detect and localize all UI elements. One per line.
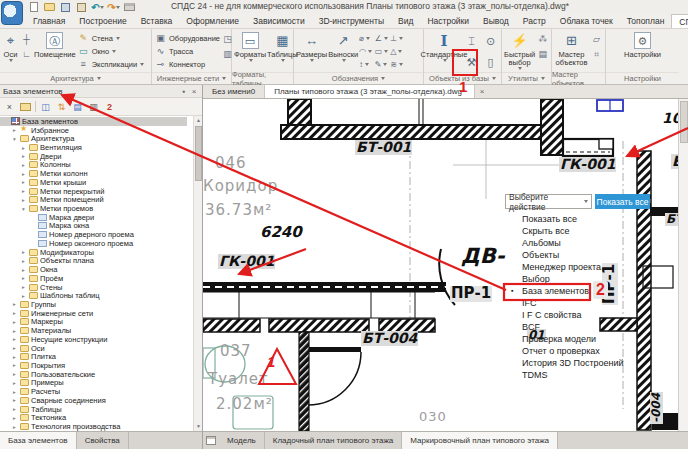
ribbon-tab[interactable]: Настройки (420, 14, 476, 28)
leaders-button[interactable]: ↗ Выноски (328, 30, 358, 72)
print-button[interactable] (123, 2, 136, 13)
engineering-button[interactable]: ∿Трасса (154, 45, 220, 57)
tree-item[interactable]: Марка двери (0, 213, 187, 222)
help-doc-icon[interactable]: 2 (103, 100, 116, 113)
expander-icon[interactable]: ▸ (20, 179, 27, 185)
tree-item[interactable]: ▸Объекты плана (0, 257, 187, 266)
tree-item[interactable]: ▸Плитка (0, 352, 187, 361)
ribbon-tab[interactable]: Вид (391, 14, 420, 28)
expander-icon[interactable]: ▸ (20, 153, 27, 159)
menu-item[interactable]: Выбор (505, 273, 665, 285)
standard-objects-button[interactable]: I Стандартные (426, 30, 462, 72)
menu-item[interactable]: Менеджер проекта (505, 261, 665, 273)
panel-label-object-master[interactable]: Мастер объектов (552, 72, 605, 84)
tree-item[interactable]: Номер дверного проема (0, 230, 187, 239)
axes-button[interactable]: ⌖ Оси (2, 30, 19, 72)
tree-item[interactable]: ▸Несущие конструкции (0, 335, 187, 344)
bolt-button[interactable]: ⌶ (463, 31, 480, 51)
canvas-scrollbar[interactable] (678, 99, 688, 431)
menu-item[interactable]: BCF (505, 321, 665, 333)
tree-item[interactable]: ▸Шаблоны таблиц (0, 291, 187, 300)
tree-item[interactable]: ▸Таблицы (0, 405, 187, 414)
panel-label-notation[interactable]: Обозначения (294, 72, 423, 84)
ribbon-tab[interactable]: 3D-инструменты (312, 14, 391, 28)
menu-item[interactable]: История 3D Построений (505, 357, 665, 369)
grid-axes-icon[interactable]: ┼ (20, 33, 33, 45)
panel-label-formats[interactable]: Форматы, таблицы (232, 72, 293, 84)
layout-tab[interactable]: Кладочный план типового этажа (265, 432, 403, 449)
notation-tool-button[interactable]: ∠ (375, 32, 389, 45)
tree-item[interactable]: ▸Оси (0, 344, 187, 353)
wall-button[interactable]: ✎Стена (77, 32, 144, 44)
delete-icon[interactable]: × (3, 100, 16, 113)
save-button[interactable] (59, 2, 72, 13)
tree-item[interactable]: ▸Инженерные сети (0, 309, 187, 318)
tree-item[interactable]: ▸Вентиляция (0, 143, 187, 152)
menu-item[interactable]: ▪База элементов (505, 285, 665, 297)
notation-tool-button[interactable]: ⌀ (359, 32, 373, 45)
app-logo-icon[interactable] (1, 1, 23, 25)
panel-tab[interactable]: База элементов (0, 432, 77, 449)
scroll-down-icon[interactable]: ▼ (194, 422, 202, 431)
panel-label-architecture[interactable]: Архитектура (0, 72, 151, 84)
engineering-button[interactable]: ⊸Коннектор (154, 58, 220, 70)
expander-icon[interactable]: ▸ (20, 284, 27, 290)
expander-icon[interactable]: ▸ (20, 171, 27, 177)
expander-icon[interactable]: ▾ (20, 206, 27, 212)
quick-select-button[interactable]: ⚡ Быстрый выбор (504, 30, 535, 72)
expander-icon[interactable]: ▸ (11, 301, 18, 307)
expander-icon[interactable]: ▸ (11, 362, 18, 368)
close-icon[interactable]: × (189, 86, 199, 96)
drawing-canvas[interactable]: 046Коридор36.73м²037Туалет2.02м²030БТ-00… (203, 99, 688, 431)
panel-label-settings[interactable]: Настройки (606, 72, 679, 84)
layout-tab[interactable]: Модель (219, 432, 265, 449)
tree-item[interactable]: ▸Материалы (0, 326, 187, 335)
tree-item[interactable]: ▸Двери (0, 152, 187, 161)
expander-icon[interactable]: ▸ (11, 319, 18, 325)
settings-button[interactable]: ⚙ Настройки (624, 30, 661, 72)
expander-icon[interactable]: ▸ (11, 415, 18, 421)
db-object-button[interactable]: ⚒ (463, 52, 480, 72)
notation-tool-button[interactable]: ↕ (359, 58, 373, 71)
notation-tool-button[interactable]: ▭ (375, 45, 389, 58)
scrollbar-thumb[interactable] (195, 126, 202, 181)
tree-item[interactable]: ▸Окна (0, 265, 187, 274)
tree-item[interactable]: ▸Расчеты (0, 387, 187, 396)
view-mode-icon[interactable]: ◫ (39, 100, 52, 113)
menu-item[interactable]: Показать все (505, 213, 665, 225)
tree-item[interactable]: ▾Метки проемов (0, 204, 187, 213)
menu-item[interactable]: IFC (505, 297, 665, 309)
layout-list-button[interactable] (203, 432, 219, 449)
tree-item[interactable]: ▸Метки крыши (0, 178, 187, 187)
expander-icon[interactable]: ▸ (11, 336, 18, 342)
tree-item[interactable]: ▸Модификаторы (0, 248, 187, 257)
tree-item[interactable]: ▸Метки колонн (0, 169, 187, 178)
expander-icon[interactable]: ▸ (20, 188, 27, 194)
expander-icon[interactable]: ▸ (11, 127, 18, 133)
insert-doc-button[interactable]: ▯ (482, 52, 499, 72)
notation-tool-button[interactable]: ⊥ (390, 32, 404, 45)
menu-item[interactable]: TDMS (505, 369, 665, 381)
nut-button[interactable]: ⊙ (482, 31, 499, 51)
scrollbar-thumb[interactable] (680, 101, 688, 143)
details-pane-icon[interactable]: ▥ (87, 100, 100, 113)
open-file-button[interactable] (43, 2, 56, 13)
expander-icon[interactable]: ▸ (11, 371, 18, 377)
tree-item[interactable]: ▸Метки перекрытий (0, 187, 187, 196)
expander-icon[interactable]: ▾ (11, 136, 18, 142)
expander-icon[interactable]: ▸ (20, 275, 27, 281)
menu-item[interactable]: Проверка модели (505, 333, 665, 345)
expander-icon[interactable]: ▸ (11, 328, 18, 334)
tree-item[interactable]: ▸Группы (0, 300, 187, 309)
tree-item[interactable]: ▸Примеры (0, 379, 187, 388)
object-master-button[interactable]: ⊞ Мастер объектов (554, 30, 589, 72)
menu-item[interactable]: I F C свойства (505, 309, 665, 321)
menu-item[interactable]: Объекты (505, 249, 665, 261)
expander-icon[interactable]: ▸ (20, 249, 27, 255)
ortho-axis-icon[interactable]: ∟ (20, 48, 33, 60)
close-tab-icon[interactable]: × (475, 85, 489, 98)
panel-label-utilities[interactable]: Утилиты (502, 72, 551, 84)
notation-tool-button[interactable]: ✎ (375, 58, 389, 71)
tree-item[interactable]: ▸Маркеры (0, 318, 187, 327)
action-dropdown[interactable]: Выберите действие (505, 194, 592, 209)
